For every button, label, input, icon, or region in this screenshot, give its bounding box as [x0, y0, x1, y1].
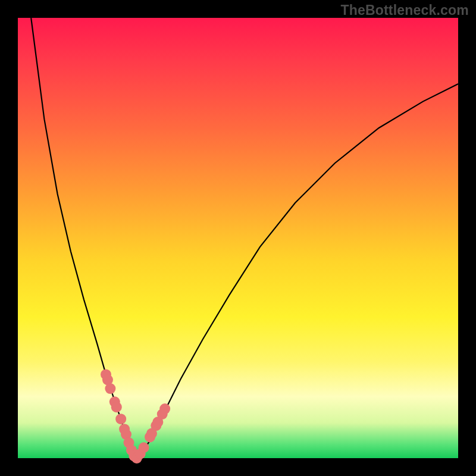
highlight-marker	[159, 403, 170, 414]
highlight-marker	[111, 402, 122, 412]
highlight-marker	[105, 383, 115, 394]
highlight-marker	[139, 442, 149, 453]
watermark-text: TheBottleneck.com	[340, 2, 469, 18]
marker-group	[101, 369, 170, 464]
chart-frame: TheBottleneck.com	[0, 0, 476, 476]
bottleneck-curve	[31, 18, 458, 458]
highlight-marker	[115, 414, 126, 424]
curve-svg	[18, 18, 458, 458]
plot-area	[18, 18, 458, 458]
